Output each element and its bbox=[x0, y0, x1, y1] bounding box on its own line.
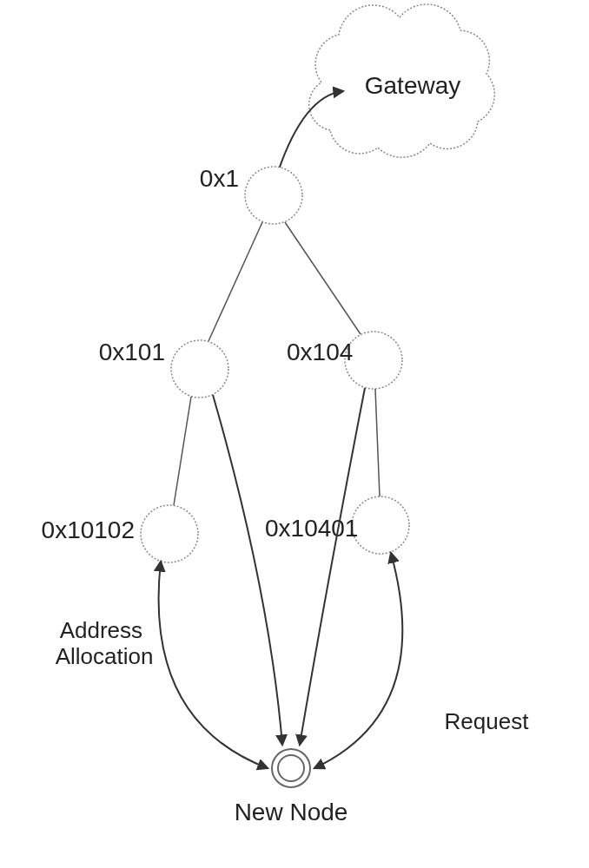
node-right1-label: 0x104 bbox=[287, 339, 353, 365]
node-left2-label: 0x10102 bbox=[42, 516, 135, 543]
edge-left1-left2 bbox=[174, 397, 191, 505]
left-edge-label: Address Allocation bbox=[56, 617, 154, 669]
arrow-right1-to-new bbox=[300, 388, 365, 745]
right-edge-label: Request bbox=[445, 708, 530, 734]
arrow-left2-to-new bbox=[159, 562, 268, 768]
svg-point-1 bbox=[171, 340, 228, 398]
node-right2-label: 0x10401 bbox=[265, 515, 358, 542]
node-left2: 0x10102 bbox=[42, 505, 198, 562]
arrow-left1-to-new bbox=[213, 395, 282, 745]
node-left1-label: 0x101 bbox=[99, 339, 165, 365]
node-right2: 0x10401 bbox=[265, 496, 409, 554]
node-right1: 0x104 bbox=[287, 332, 402, 389]
edge-root-right1 bbox=[285, 222, 361, 334]
node-left1: 0x101 bbox=[99, 339, 228, 398]
svg-point-0 bbox=[245, 167, 302, 224]
gateway-label: Gateway bbox=[365, 72, 461, 99]
node-root: 0x1 bbox=[200, 165, 302, 224]
svg-point-6 bbox=[278, 755, 304, 781]
svg-point-2 bbox=[345, 332, 402, 389]
edge-right1-right2 bbox=[375, 389, 380, 496]
svg-point-3 bbox=[141, 505, 198, 562]
edge-root-left1 bbox=[208, 222, 262, 341]
new-node-label: New Node bbox=[235, 799, 348, 825]
gateway-cloud: Gateway bbox=[309, 4, 495, 157]
svg-point-4 bbox=[352, 496, 409, 554]
node-root-label: 0x1 bbox=[200, 165, 239, 192]
diagram-canvas: Gateway 0x1 0x101 0x104 0x10102 0x10401 … bbox=[0, 0, 589, 868]
